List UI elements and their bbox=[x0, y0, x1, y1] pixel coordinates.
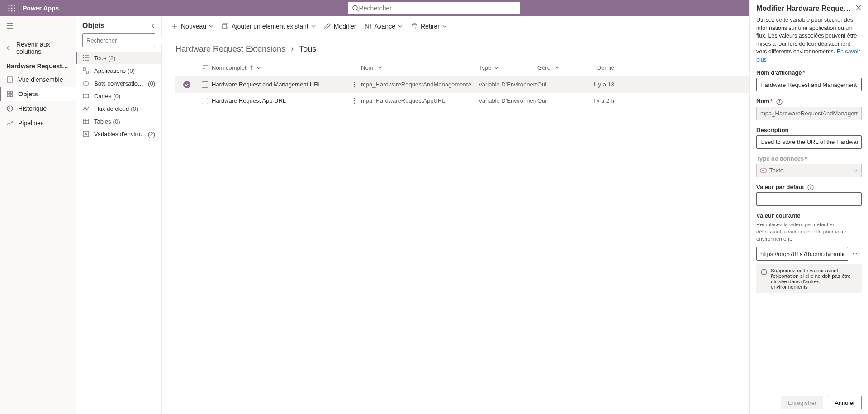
row-type: Variable D'Environnem... bbox=[479, 97, 537, 104]
svg-point-26 bbox=[83, 56, 84, 56]
col-type[interactable]: Type bbox=[479, 64, 537, 71]
objects-icon bbox=[6, 90, 14, 98]
col-managed[interactable]: Géré bbox=[537, 64, 578, 71]
svg-point-54 bbox=[354, 84, 355, 85]
back-to-solutions[interactable]: Revenir aux solutions bbox=[0, 36, 76, 60]
col-modified[interactable]: Derniè bbox=[578, 64, 614, 71]
nav-item-label: Objets bbox=[18, 90, 38, 98]
svg-point-58 bbox=[354, 102, 355, 103]
global-search[interactable] bbox=[348, 2, 520, 14]
nav-item-label: Historique bbox=[18, 105, 47, 112]
checkmark-icon bbox=[185, 82, 189, 87]
env-variable-icon bbox=[202, 98, 208, 104]
svg-point-2 bbox=[14, 5, 15, 6]
tree-env-variables[interactable]: Variables d'environne... (2) bbox=[76, 128, 161, 140]
data-type-select: Texte bbox=[756, 164, 862, 177]
nav-history[interactable]: Historique bbox=[0, 101, 76, 116]
tree-item-label: Flux de cloud bbox=[94, 105, 129, 112]
overview-icon bbox=[6, 76, 14, 83]
svg-point-72 bbox=[859, 253, 860, 255]
svg-point-71 bbox=[856, 253, 857, 255]
table-icon bbox=[82, 118, 90, 125]
variable-icon bbox=[82, 130, 90, 138]
plus-icon bbox=[171, 23, 178, 30]
col-name[interactable]: Nom bbox=[361, 64, 479, 71]
svg-point-27 bbox=[83, 58, 84, 58]
cancel-button[interactable]: Annuler bbox=[828, 396, 862, 409]
tree-tables[interactable]: Tables (0) bbox=[76, 115, 161, 128]
svg-rect-42 bbox=[223, 24, 227, 29]
back-label: Revenir aux solutions bbox=[16, 41, 69, 55]
svg-rect-15 bbox=[7, 77, 13, 82]
objects-tree: Objets Tous (2) Applications (0) Bots co… bbox=[76, 16, 162, 414]
default-value-input[interactable] bbox=[756, 192, 862, 206]
description-input[interactable] bbox=[756, 135, 862, 149]
row-more-menu[interactable] bbox=[347, 98, 361, 104]
search-icon bbox=[352, 5, 359, 12]
bot-icon bbox=[82, 80, 90, 87]
list-icon bbox=[82, 54, 90, 62]
tree-chatbots[interactable]: Bots conversationnels (0) bbox=[76, 77, 161, 90]
row-name: mpa_HardwareRequestAndManagementAppURL bbox=[361, 81, 479, 88]
tree-apps[interactable]: Applications (0) bbox=[76, 64, 161, 77]
cmd-add-existing[interactable]: Ajouter un élément existant bbox=[222, 23, 316, 30]
tree-all[interactable]: Tous (2) bbox=[76, 52, 161, 64]
cmd-advanced[interactable]: Avancé bbox=[365, 23, 403, 30]
flow-icon bbox=[82, 105, 90, 112]
more-horizontal-icon bbox=[853, 253, 860, 255]
sort-icon[interactable] bbox=[201, 63, 209, 72]
cmd-remove[interactable]: Retirer bbox=[411, 23, 447, 30]
col-display-name[interactable]: Nom complet bbox=[212, 64, 347, 71]
collapse-tree-icon[interactable] bbox=[151, 22, 155, 30]
row-name: mpa_HardwareRequestAppURL bbox=[361, 97, 479, 104]
info-icon[interactable] bbox=[807, 184, 814, 190]
nav-pipelines[interactable]: Pipelines bbox=[0, 116, 76, 130]
cmd-edit[interactable]: Modifier bbox=[324, 23, 356, 30]
display-name-input[interactable] bbox=[756, 78, 862, 91]
breadcrumb-current: Tous bbox=[299, 44, 316, 54]
history-icon bbox=[6, 105, 14, 112]
tree-item-count: (0) bbox=[113, 118, 120, 125]
info-icon[interactable] bbox=[776, 99, 783, 105]
nav-item-label: Vue d'ensemble bbox=[18, 76, 63, 83]
tree-item-label: Applications bbox=[94, 67, 126, 74]
svg-rect-33 bbox=[83, 94, 89, 98]
svg-point-63 bbox=[779, 100, 779, 100]
panel-footer: Enregistrer Annuler bbox=[750, 391, 868, 414]
row-display-name[interactable]: Hardware Request and Management URL bbox=[212, 81, 347, 88]
current-value-more[interactable] bbox=[851, 248, 862, 259]
tree-cloud-flows[interactable]: Flux de cloud (0) bbox=[76, 102, 161, 115]
col-header-label: Nom complet bbox=[212, 64, 247, 71]
env-variable-icon bbox=[202, 81, 208, 88]
edit-icon bbox=[324, 23, 331, 30]
hamburger-icon[interactable] bbox=[6, 22, 14, 31]
nav-overview[interactable]: Vue d'ensemble bbox=[0, 72, 76, 87]
solution-name: Hardware Request Exte... bbox=[0, 60, 76, 72]
row-more-menu[interactable] bbox=[347, 81, 361, 88]
current-value-label: Valeur courante bbox=[756, 212, 862, 219]
advanced-icon bbox=[365, 23, 372, 30]
objects-search-input[interactable] bbox=[86, 37, 162, 44]
cmd-new[interactable]: Nouveau bbox=[171, 23, 213, 30]
brand-label: Power Apps bbox=[23, 5, 59, 12]
tree-item-count: (2) bbox=[108, 55, 115, 62]
row-display-name[interactable]: Hardware Request App URL bbox=[212, 97, 347, 104]
row-checkbox[interactable] bbox=[183, 81, 190, 88]
tree-cards[interactable]: Cartes (0) bbox=[76, 90, 161, 102]
chevron-down-icon bbox=[256, 66, 261, 70]
nav-objects[interactable]: Objets bbox=[0, 87, 76, 101]
cmd-label: Modifier bbox=[334, 23, 356, 30]
close-panel-icon[interactable] bbox=[855, 5, 862, 12]
global-search-input[interactable] bbox=[359, 5, 517, 12]
breadcrumb-parent[interactable]: Hardware Request Extensions bbox=[175, 44, 285, 54]
export-warning: Supprimez cette valeur avant l'exportati… bbox=[756, 264, 862, 293]
objects-search[interactable] bbox=[82, 33, 155, 47]
name-input bbox=[756, 107, 862, 120]
display-name-label: Nom d'affichage* bbox=[756, 69, 862, 76]
row-modified: Il y a 18 bbox=[578, 81, 614, 88]
pipelines-icon bbox=[6, 119, 14, 127]
primary-nav: Revenir aux solutions Hardware Request E… bbox=[0, 16, 76, 414]
text-type-icon bbox=[760, 167, 767, 174]
current-value-input[interactable] bbox=[756, 247, 848, 261]
waffle-icon[interactable] bbox=[4, 0, 20, 16]
